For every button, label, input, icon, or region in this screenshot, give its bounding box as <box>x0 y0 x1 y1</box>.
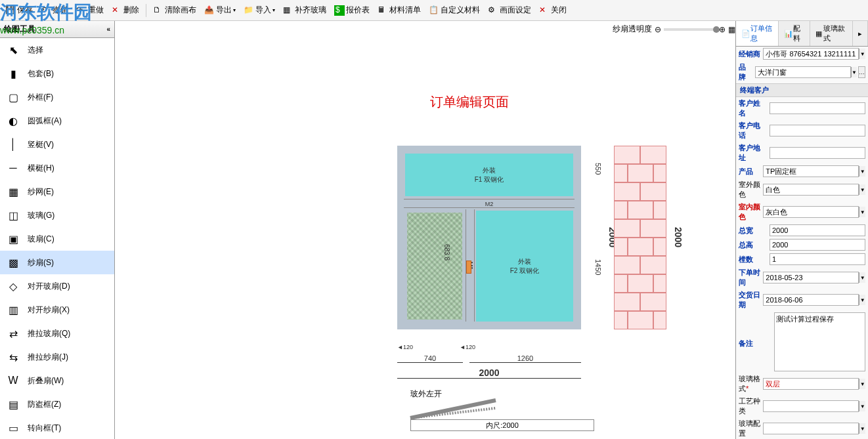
close-button[interactable]: ✕关闭 <box>536 3 569 17</box>
tab-glass-style[interactable]: ▦玻璃款式 <box>810 21 853 46</box>
tool-icon: ▢ <box>7 91 20 104</box>
toolbar: 💾保存 ↶撤销 ↷重做 ✕删除 🗋清除画布 📤导出▾ 📁导入▾ ▦补齐玻璃 $报… <box>0 0 868 21</box>
fill-icon: ▦ <box>283 5 293 16</box>
tool-label: 横梃(H) <box>28 163 54 174</box>
brand-input[interactable] <box>755 66 851 78</box>
height-input[interactable] <box>770 239 865 251</box>
tool-item[interactable]: ▦纱网(E) <box>0 180 114 203</box>
tool-item[interactable]: ⬉选择 <box>0 38 114 62</box>
tool-icon: ▮ <box>7 67 20 80</box>
out-color-label: 室外颜色 <box>739 180 763 199</box>
horizontal-mullion[interactable]: M2 <box>404 199 575 208</box>
tool-item[interactable]: ▥对开纱扇(X) <box>0 298 114 322</box>
tool-item[interactable]: ◇对开玻扇(D) <box>0 274 114 298</box>
more-icon[interactable]: ▦ <box>728 25 735 34</box>
tool-label: 选择 <box>28 45 43 56</box>
top-glass-pane[interactable]: 外装 F1 双钢化 <box>405 154 573 196</box>
canvas-settings-button[interactable]: ⚙画面设定 <box>485 3 534 17</box>
in-color-input[interactable] <box>763 206 859 218</box>
cust-phone-input[interactable] <box>770 125 865 136</box>
handle[interactable] <box>466 261 471 274</box>
calc-button[interactable]: 🖩材料清单 <box>375 3 423 17</box>
right-panel: 📄订单信息 📊配料 ▦玻璃款式 ▸ 经销商▼ 品牌▼… 终端客户 客户姓名 客户… <box>735 21 868 439</box>
cust-addr-input[interactable] <box>770 147 865 159</box>
panel-title: 绘图工具 « <box>0 21 114 38</box>
dropdown-icon[interactable]: ▼ <box>859 423 865 434</box>
delete-button[interactable]: ✕删除 <box>109 3 142 17</box>
dropdown-icon[interactable]: ▼ <box>859 207 865 217</box>
width-input[interactable] <box>770 224 865 236</box>
dropdown-icon[interactable]: ▼ <box>859 184 865 195</box>
transparency-control: 纱扇透明度 ⊖ ⊕ ▦ <box>613 24 735 35</box>
glass-cfg-input[interactable] <box>763 423 859 434</box>
out-color-input[interactable] <box>763 184 859 196</box>
dealer-input[interactable] <box>763 48 859 60</box>
right-glass-pane[interactable]: 外装 F2 双钢化 <box>476 211 573 322</box>
dropdown-icon[interactable]: ▼ <box>859 272 865 283</box>
tool-item[interactable]: ⇄推拉玻扇(Q) <box>0 322 114 345</box>
order-time-input[interactable] <box>763 272 859 283</box>
dropdown-icon[interactable]: ▼ <box>859 379 865 389</box>
export-icon: 📤 <box>204 5 215 16</box>
tool-item[interactable]: ◐圆弧框(A) <box>0 109 114 133</box>
dropdown-icon[interactable]: ▼ <box>859 401 865 411</box>
glass-fmt-input[interactable] <box>763 378 859 390</box>
dropdown-icon[interactable]: ▼ <box>859 295 865 305</box>
tool-item[interactable]: ─横梃(H) <box>0 156 114 180</box>
tool-item[interactable]: W折叠扇(W) <box>0 369 114 392</box>
transparency-slider[interactable] <box>664 28 716 31</box>
qty-input[interactable] <box>770 253 865 265</box>
tool-list: ⬉选择▮包套(B)▢外框(F)◐圆弧框(A)│竖梃(V)─横梃(H)▦纱网(E)… <box>0 38 114 439</box>
redo-button[interactable]: ↷重做 <box>74 3 106 17</box>
tool-icon: ⇄ <box>7 327 20 340</box>
dropdown-icon[interactable]: ▼ <box>859 166 865 177</box>
tool-item[interactable]: ▭转向框(T) <box>0 416 114 439</box>
tool-item[interactable]: ▩纱扇(S) <box>0 251 114 274</box>
canvas-area[interactable]: 纱扇透明度 ⊖ ⊕ ▦ 订单编辑页面 外装 F1 双钢化 M2 M1 外装 F2… <box>115 21 735 439</box>
minus-icon[interactable]: ⊖ <box>655 25 661 34</box>
note-input[interactable] <box>774 312 865 371</box>
screen-sash[interactable] <box>405 211 464 322</box>
quote-button[interactable]: $报价表 <box>332 3 372 17</box>
tool-label: 竖梃(V) <box>28 139 54 150</box>
tool-item[interactable]: ▮包套(B) <box>0 62 114 85</box>
craft-input[interactable] <box>763 400 859 412</box>
settings-icon: ⚙ <box>488 5 498 16</box>
tool-icon: ▤ <box>7 398 20 411</box>
tool-item[interactable]: ◫玻璃(G) <box>0 203 114 227</box>
window-drawing[interactable]: 外装 F1 双钢化 M2 M1 外装 F2 双钢化 ◄120 ◄120 740 … <box>397 146 581 329</box>
custom-material-button[interactable]: 📋自定义材料 <box>426 3 483 17</box>
save-button[interactable]: 💾保存 <box>3 3 35 17</box>
export-button[interactable]: 📤导出▾ <box>202 3 238 17</box>
tab-material[interactable]: 📊配料 <box>779 21 810 46</box>
tool-item[interactable]: ▣玻扇(C) <box>0 227 114 251</box>
delivery-input[interactable] <box>763 294 859 306</box>
delivery-label: 交货日期 <box>739 290 763 310</box>
tool-item[interactable]: ▢外框(F) <box>0 85 114 109</box>
tool-item[interactable]: │竖梃(V) <box>0 133 114 156</box>
tool-icon: ▩ <box>7 256 20 269</box>
tool-icon: ▭ <box>7 421 20 434</box>
dropdown-icon[interactable]: ▼ <box>859 49 865 59</box>
import-button[interactable]: 📁导入▾ <box>241 3 278 17</box>
tool-label: 推拉玻扇(Q) <box>28 328 70 339</box>
tool-item[interactable]: ▤防盗框(Z) <box>0 392 114 416</box>
tool-item[interactable]: ⇆推拉纱扇(J) <box>0 345 114 369</box>
secondary-drawing[interactable]: 玻外左开 内尺:2000 <box>410 388 594 431</box>
tab-more[interactable]: ▸ <box>853 21 868 46</box>
product-input[interactable] <box>763 165 859 177</box>
fill-glass-button[interactable]: ▦补齐玻璃 <box>280 3 329 17</box>
clear-canvas-button[interactable]: 🗋清除画布 <box>150 3 199 17</box>
collapse-icon[interactable]: « <box>106 26 110 33</box>
undo-button[interactable]: ↶撤销 <box>38 3 71 17</box>
save-icon: 💾 <box>5 5 16 16</box>
calc-icon: 🖩 <box>378 5 388 16</box>
tab-bar: 📄订单信息 📊配料 ▦玻璃款式 ▸ <box>736 21 868 47</box>
cust-name-input[interactable] <box>770 102 865 114</box>
dropdown-icon[interactable]: ▼ <box>851 67 857 77</box>
brand-more-button[interactable]: … <box>858 66 865 78</box>
svg-line-0 <box>410 400 496 418</box>
undo-icon: ↶ <box>41 5 51 16</box>
tab-order-info[interactable]: 📄订单信息 <box>736 21 779 46</box>
plus-icon[interactable]: ⊕ <box>719 25 726 34</box>
